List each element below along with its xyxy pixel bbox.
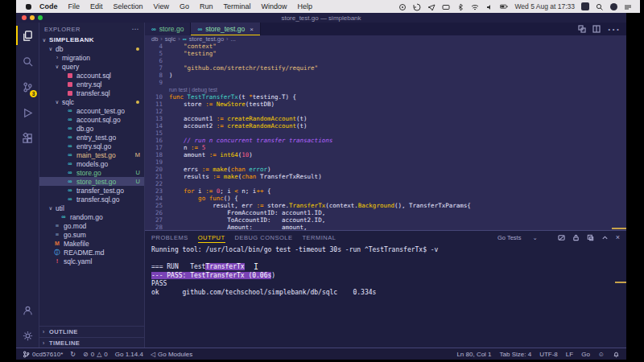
telegram-icon[interactable] [427,3,436,10]
code-line[interactable]: 22 [145,180,626,187]
tree-item-account-sql[interactable]: account.sql [39,71,144,80]
tree-item-util[interactable]: ∨util [39,204,144,212]
app-switcher-icon[interactable] [581,2,589,10]
code-line[interactable]: 7 "github.com/stretchr/testify/require" [145,64,626,72]
tree-item-random-go[interactable]: ∞random.go [39,212,144,221]
menubar-clock[interactable]: Wed 5 Aug at 17:33 [514,2,575,10]
code-line[interactable]: 15 [145,130,626,137]
maximize-panel-icon[interactable] [601,234,609,241]
volume-icon[interactable] [485,3,493,10]
menu-run[interactable]: Run [200,2,213,10]
notifications-bell-icon[interactable] [613,351,620,358]
lock-scroll-icon[interactable] [572,234,580,241]
breadcrumb-item[interactable]: ... [231,35,236,43]
panel-tab-debug-console[interactable]: DEBUG CONSOLE [235,231,293,244]
menu-code[interactable]: Code [39,2,58,10]
code-line[interactable]: 10func TestTransferTx(t *testing.T) { [145,93,626,101]
explorer-activity-icon[interactable] [16,23,39,48]
code-line[interactable]: 6 [145,57,626,64]
keyboard-icon[interactable] [442,3,450,10]
code-line[interactable]: 11 store := NewStore(testDB) [145,101,626,108]
sync-item[interactable]: ↻ [70,351,76,358]
code-line[interactable]: 27 ToAccountID: account2.ID, [145,216,626,224]
panel-tab-output[interactable]: OUTPUT [198,231,225,244]
tree-item-db[interactable]: ∨db [39,44,144,53]
output-line[interactable]: Running tool: /usr/local/bin/go test -ti… [151,246,626,255]
git-branch-item[interactable]: 0cd57610* [23,351,63,358]
battery-icon[interactable] [500,3,508,10]
extensions-activity-icon[interactable] [16,125,39,151]
code-line[interactable]: 20 errs := make(chan error) [145,166,626,173]
go-version-item[interactable]: Go 1.14.4 [115,351,143,358]
tree-item-readme-md[interactable]: ⓘREADME.md [39,248,144,257]
code-line[interactable]: 17 n := 5 [145,144,626,151]
editor-more-actions-icon[interactable]: ⋯ [607,22,620,37]
settings-gear-icon[interactable] [16,323,39,348]
code-line[interactable]: 18 amount := int64(10) [145,151,626,158]
tree-item-entry-test-go[interactable]: ∞entry_test.go [39,133,144,142]
tree-item-sqlc[interactable]: ∨sqlc [39,97,144,106]
code-line[interactable]: 21 results := make(chan TransferTxResult… [145,173,626,180]
indentation-item[interactable]: Tab Size: 4 [500,351,532,358]
output-line[interactable]: ok github.com/techschool/simplebank/db/s… [151,289,626,298]
output-line[interactable]: --- PASS: TestTransferTx (0.06s) [151,272,626,281]
breadcrumb-item[interactable]: sqlc [165,35,175,43]
tree-item-store-go[interactable]: ∞store.goU [39,168,144,177]
tree-item-account-sql-go[interactable]: ∞account.sql.go [39,115,144,124]
tab-store-test-go[interactable]: ∞ store_test.go × [191,23,261,35]
search-activity-icon[interactable] [16,48,39,74]
time-machine-icon[interactable] [413,3,421,10]
tree-item-main-test-go[interactable]: ∞main_test.goM [39,150,144,159]
apple-icon[interactable] [26,4,31,10]
run-debug-activity-icon[interactable] [16,100,39,125]
code-line[interactable]: 9 [145,79,626,86]
code-line[interactable]: 16 // run n concurrent transfer transact… [145,137,626,144]
menu-selection[interactable]: Selection [114,2,143,10]
panel-tab-terminal[interactable]: TERMINAL [302,231,336,244]
tree-item-go-mod[interactable]: ≡go.mod [39,221,144,230]
tree-item-db-go[interactable]: ∞db.go [39,124,144,133]
siri-icon[interactable] [610,3,617,10]
output-line[interactable] [151,255,626,264]
tree-item-entry-sql[interactable]: entry.sql [39,80,144,88]
code-line[interactable]: 26 FromAccountID: account1.ID, [145,209,626,216]
tree-item-simplebank[interactable]: ∨SIMPLEBANK [39,35,144,44]
menu-terminal[interactable]: Terminal [223,2,250,10]
bluetooth-icon[interactable] [456,3,464,10]
breadcrumb-item[interactable]: db [151,35,158,43]
tree-item-transfer-sql[interactable]: transfer.sql [39,88,144,97]
code-line[interactable]: 13 account1 := createRandomAccount(t) [145,115,626,122]
encoding-item[interactable]: UTF-8 [539,351,558,358]
code-line[interactable]: 14 account2 := createRandomAccount(t) [145,122,626,130]
feedback-smiley-icon[interactable]: ☺ [598,351,605,358]
tree-item-go-sum[interactable]: ≡go.sum [39,230,144,239]
code-line[interactable]: 25 result, err := store.TransferTx(conte… [145,202,626,209]
window-titlebar[interactable]: store_test.go — simplebank [16,13,626,23]
open-in-editor-icon[interactable] [587,234,594,241]
menu-edit[interactable]: Edit [90,2,103,10]
cursor-position-item[interactable]: Ln 80, Col 1 [456,351,491,358]
tree-item-models-go[interactable]: ∞models.go [39,159,144,168]
go-modules-item[interactable]: ◁ Go Modules [151,351,192,358]
breadcrumb-item[interactable]: store_test.go [189,35,224,43]
close-tab-icon[interactable]: × [250,26,254,33]
clear-output-icon[interactable] [558,234,565,241]
code-editor[interactable]: 4 "context"5 "testing"67 "github.com/str… [145,43,626,230]
menu-help[interactable]: Help [297,2,312,10]
tree-item-migration[interactable]: ›migration [39,53,144,62]
close-panel-icon[interactable]: × [616,234,620,241]
tree-item-query[interactable]: ∨query [39,62,144,71]
notification-center-icon[interactable] [624,3,632,10]
menu-view[interactable]: View [154,2,169,10]
code-line[interactable]: 24 go func() { [145,195,626,202]
source-control-activity-icon[interactable]: 3 [16,74,39,100]
tree-item-store-test-go[interactable]: ∞store_test.goU [39,177,144,186]
code-line[interactable]: 28 Amount: amount, [145,224,626,230]
tree-item-sqlc-yaml[interactable]: !sqlc.yaml [39,257,144,265]
language-mode-item[interactable]: Go [581,351,590,358]
code-line[interactable]: 4 "context" [145,43,626,50]
codelens-row[interactable]: run test | debug test [145,86,626,93]
split-editor-icon[interactable] [592,25,601,33]
menu-file[interactable]: File [68,2,80,10]
tree-item-account-test-go[interactable]: ∞account_test.go [39,106,144,115]
